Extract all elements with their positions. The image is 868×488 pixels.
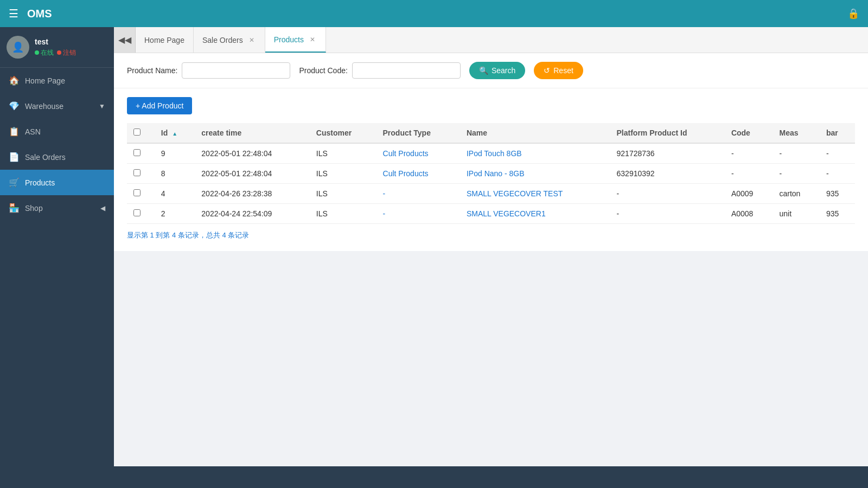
cancel-dot <box>57 50 61 55</box>
cell-checkbox <box>127 204 155 224</box>
cell-name: SMALL VEGECOVER1 <box>460 204 610 224</box>
cell-customer: ILS <box>310 204 376 224</box>
app-title: OMS <box>27 8 52 20</box>
search-button[interactable]: 🔍 Search <box>469 62 525 79</box>
user-name: test <box>35 37 76 46</box>
cell-code: - <box>725 164 773 184</box>
col-id[interactable]: Id ▲ <box>155 123 195 143</box>
cell-bar: - <box>820 143 855 164</box>
cell-code: A0009 <box>725 184 773 204</box>
main-layout: 👤 test 在线 注销 🏠 Home Page <box>0 27 868 466</box>
product-type-link[interactable]: Cult Products <box>383 149 429 158</box>
cell-id: 2 <box>155 204 195 224</box>
table-header-row: Id ▲ create time Customer Product Type N… <box>127 123 855 143</box>
table-section: + Add Product Id ▲ create time <box>114 88 868 251</box>
cell-platform-product-id: - <box>610 184 725 204</box>
cell-id: 8 <box>155 164 195 184</box>
hamburger-icon[interactable]: ☰ <box>9 7 18 20</box>
product-name-input[interactable] <box>182 62 290 79</box>
row-checkbox[interactable] <box>133 149 141 156</box>
col-customer: Customer <box>310 123 376 143</box>
sidebar-item-label: Products <box>25 178 105 187</box>
cell-create-time: 2022-04-26 23:28:38 <box>195 184 310 204</box>
product-name-link[interactable]: IPod Nano - 8GB <box>467 169 525 178</box>
product-name-link[interactable]: IPod Touch 8GB <box>467 149 522 158</box>
status-cancel: 注销 <box>57 48 76 57</box>
table-row: 8 2022-05-01 22:48:04 ILS Cult Products … <box>127 164 855 184</box>
bottom-bar <box>0 466 868 488</box>
row-checkbox[interactable] <box>133 189 141 196</box>
cell-create-time: 2022-04-24 22:54:09 <box>195 204 310 224</box>
row-checkbox[interactable] <box>133 209 141 216</box>
col-product-type: Product Type <box>376 123 460 143</box>
col-bar: bar <box>820 123 855 143</box>
tab-close-products[interactable]: ✕ <box>308 35 317 44</box>
product-type-link[interactable]: Cult Products <box>383 169 429 178</box>
cell-product-type: Cult Products <box>376 164 460 184</box>
cell-meas: unit <box>773 204 819 224</box>
product-name-link[interactable]: SMALL VEGECOVER TEST <box>467 189 563 198</box>
product-code-input[interactable] <box>352 62 461 79</box>
search-icon: 🔍 <box>479 66 488 75</box>
cell-id: 9 <box>155 143 195 164</box>
asn-icon: 📋 <box>9 126 20 137</box>
cell-product-type: - <box>376 184 460 204</box>
products-table: Id ▲ create time Customer Product Type N… <box>127 123 855 224</box>
product-name-link[interactable]: SMALL VEGECOVER1 <box>467 209 546 218</box>
online-dot <box>35 50 39 55</box>
product-type-link[interactable]: - <box>383 189 386 198</box>
cell-checkbox <box>127 143 155 164</box>
lock-icon[interactable]: 🔒 <box>847 8 859 19</box>
tabs-bar: ◀◀ Home Page Sale Orders ✕ Products ✕ <box>114 27 868 53</box>
cell-name: IPod Nano - 8GB <box>460 164 610 184</box>
tab-close-sale-orders[interactable]: ✕ <box>247 36 256 44</box>
cell-code: - <box>725 143 773 164</box>
reset-button[interactable]: ↺ Reset <box>534 62 583 79</box>
product-name-label: Product Name: <box>127 66 177 75</box>
col-platform-product-id: Platform Product Id <box>610 123 725 143</box>
cell-meas: carton <box>773 184 819 204</box>
sort-icon: ▲ <box>172 131 177 137</box>
sidebar-item-asn[interactable]: 📋 ASN <box>0 119 114 144</box>
sidebar-item-label: Sale Orders <box>25 153 105 162</box>
sidebar-item-label: Shop <box>25 204 95 213</box>
sale-orders-icon: 📄 <box>9 152 20 162</box>
cell-customer: ILS <box>310 164 376 184</box>
row-checkbox[interactable] <box>133 169 141 176</box>
col-name: Name <box>460 123 610 143</box>
topbar-right: 🔒 <box>847 8 859 20</box>
chevron-left-icon: ◀ <box>100 204 105 212</box>
sidebar-item-home-page[interactable]: 🏠 Home Page <box>0 68 114 93</box>
col-meas: Meas <box>773 123 819 143</box>
cell-create-time: 2022-05-01 22:48:04 <box>195 164 310 184</box>
cell-platform-product-id: - <box>610 204 725 224</box>
product-name-field-group: Product Name: <box>127 62 290 79</box>
cell-create-time: 2022-05-01 22:48:04 <box>195 143 310 164</box>
products-icon: 🛒 <box>9 177 20 188</box>
cell-meas: - <box>773 143 819 164</box>
sidebar-item-products[interactable]: 🛒 Products <box>0 170 114 195</box>
cell-customer: ILS <box>310 143 376 164</box>
product-type-link[interactable]: - <box>383 209 386 218</box>
avatar: 👤 <box>7 36 29 59</box>
shop-icon: 🏪 <box>9 203 20 213</box>
warehouse-icon: 💎 <box>9 101 20 111</box>
topbar: ☰ OMS 🔒 <box>0 0 868 27</box>
content-area: ◀◀ Home Page Sale Orders ✕ Products ✕ Pr… <box>114 27 868 466</box>
cell-checkbox <box>127 164 155 184</box>
sidebar-item-sale-orders[interactable]: 📄 Sale Orders <box>0 144 114 170</box>
tab-sale-orders[interactable]: Sale Orders ✕ <box>194 27 265 53</box>
user-info: test 在线 注销 <box>35 37 76 57</box>
add-product-button[interactable]: + Add Product <box>127 97 192 114</box>
cell-product-type: Cult Products <box>376 143 460 164</box>
tab-products[interactable]: Products ✕ <box>265 27 326 53</box>
sidebar-item-shop[interactable]: 🏪 Shop ◀ <box>0 195 114 221</box>
sidebar-item-warehouse[interactable]: 💎 Warehouse ▼ <box>0 93 114 119</box>
sidebar-item-label: ASN <box>25 127 105 136</box>
select-all-checkbox[interactable] <box>133 129 141 136</box>
tab-toggle-button[interactable]: ◀◀ <box>114 27 136 53</box>
tab-home-page[interactable]: Home Page <box>136 27 194 53</box>
cell-customer: ILS <box>310 184 376 204</box>
cell-id: 4 <box>155 184 195 204</box>
cell-bar: 935 <box>820 184 855 204</box>
